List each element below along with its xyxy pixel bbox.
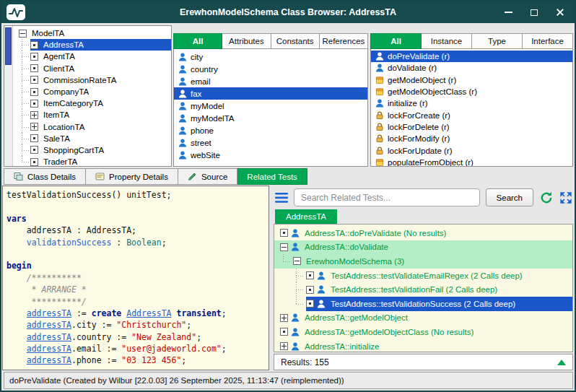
method-row[interactable]: doPreValidate (r) [371,51,572,62]
tree-node[interactable]: TraderTA [13,156,171,166]
search-input[interactable] [294,188,480,206]
method-row[interactable]: lockForModify (r) [371,133,572,144]
test-tree-node[interactable]: TestAddress::testValidationFail (2 Calls… [274,282,572,297]
code-line: **********/ [6,297,269,308]
method-row[interactable]: lockForCreate (r) [371,109,572,121]
method-row-label: getModelObject (r) [388,76,456,84]
tab-addressta[interactable]: AddressTA [275,209,337,224]
leaf-icon [30,134,38,142]
related-tests-toolbar: Search [275,188,572,207]
method-row[interactable]: populateFromObject (r) [371,157,572,167]
code-line: addressTA.email := "user@jadeworld.com"; [6,344,269,355]
test-tree-node[interactable]: ErewhonModelSchema (3) [274,254,572,269]
property-row[interactable]: myModel [174,100,367,112]
cube-icon [375,87,384,96]
test-tree-node[interactable]: AddressTA::doPreValidate (No results) [274,226,572,240]
code-line: addressTA.phone := "03 123 456"; [6,355,269,367]
tree-node[interactable]: AddressTA [13,39,171,51]
method-row[interactable]: getModelObjectClass (r) [371,86,572,97]
expand-icon[interactable] [559,191,572,204]
tab-source[interactable]: Source [178,168,237,185]
menu-icon[interactable] [275,193,288,203]
code-line: addressTA.country := "New Zealand"; [6,332,269,344]
property-row[interactable]: street [174,136,367,149]
tree-node[interactable]: AgentTA [13,51,171,62]
tree-node[interactable]: ItemCategoryTA [13,97,171,109]
collapse-icon[interactable] [280,243,288,251]
code-line: begin [6,261,269,272]
expand-icon[interactable] [30,123,38,131]
expand-icon[interactable] [280,342,288,350]
leaf-icon [30,41,38,49]
test-tree-node[interactable]: AddressTA::getModelObject [274,311,572,326]
source-editor[interactable]: testValidationSuccess() unitTest; vars a… [2,186,269,370]
method-row[interactable]: doValidate (r) [371,62,572,74]
test-tree-node[interactable]: AddressTA::getModelObjectClass (No resul… [274,325,572,339]
status-bar: doPreValidate (Created by Wilbur [22.0.0… [4,372,573,389]
methods-tab-instance[interactable]: Instance [422,33,472,49]
property-row[interactable]: fax [174,87,367,100]
class-tree-scrollbar[interactable] [4,26,13,166]
properties-tab-all[interactable]: All [173,33,222,49]
tree-node[interactable]: ShoppingCartTA [13,144,171,156]
expand-icon[interactable] [280,314,288,322]
properties-tab-constants[interactable]: Constants [271,33,320,49]
property-row[interactable]: webSite [174,149,367,161]
method-row[interactable]: lockForUpdate (r) [371,144,572,156]
expand-icon[interactable] [30,111,38,119]
tree-node[interactable]: SaleTA [13,133,171,144]
test-tree-node-label: ErewhonModelSchema (3) [304,256,406,266]
collapse-icon[interactable] [19,30,27,38]
methods-tab-interface[interactable]: Interface [523,33,573,49]
properties-tab-references[interactable]: References [320,33,368,49]
person-icon [317,300,326,308]
method-row[interactable]: lockForDelete (r) [371,121,572,133]
property-row[interactable]: city [174,51,367,63]
minimize-button[interactable] [502,6,514,18]
method-row-label: populateFromObject (r) [388,158,474,167]
collapse-triangle-icon[interactable] [557,360,566,365]
window-title: ErewhonModelSchema Class Browser: Addres… [1,7,575,17]
refresh-icon[interactable] [539,191,554,205]
tree-node[interactable]: ItemTA [13,109,171,121]
leaf-icon [306,271,314,279]
test-tree-node[interactable]: AddressTA::initialize [274,339,572,352]
person-icon [178,139,187,147]
tree-node[interactable]: LocationTA [13,121,171,133]
maximize-button[interactable] [528,6,540,18]
person-icon [178,53,187,61]
code-line [6,249,269,261]
tree-node[interactable]: CommissionRateTA [13,74,171,86]
tab-property-details[interactable]: Property Details [86,168,178,185]
property-row-label: myModelTA [191,114,235,123]
properties-tabbar: AllAttributesConstantsReferences [173,33,368,49]
methods-tab-type[interactable]: Type [472,33,523,49]
properties-tab-attributes[interactable]: Attributes [222,33,271,49]
property-row[interactable]: email [174,75,367,87]
tab-related-tests[interactable]: Related Tests [237,168,307,185]
property-row[interactable]: country [174,63,367,75]
test-tree-node[interactable]: AddressTA::doValidate [274,240,572,255]
collapse-icon[interactable] [293,257,301,265]
test-tree-node[interactable]: TestAddress::testValidateEmailRegex (2 C… [274,269,572,283]
search-button[interactable]: Search [486,188,533,206]
tree-node[interactable]: ClientTA [13,63,171,74]
tree-node-label: AddressTA [41,40,86,50]
tree-node-label: LocationTA [41,122,87,132]
close-button[interactable] [554,6,566,18]
scrollbar-thumb[interactable] [5,27,12,65]
method-row[interactable]: initialize (r) [371,97,572,109]
method-row[interactable]: getModelObject (r) [371,74,572,86]
methods-tab-all[interactable]: All [370,33,422,49]
tree-node-label: ItemTA [41,110,71,120]
person-icon [178,65,187,74]
tree-node[interactable]: ModelTA [13,27,171,39]
tree-node-label: ShoppingCartTA [41,145,106,155]
property-row[interactable]: phone [174,124,367,136]
person-icon [317,271,326,280]
method-row-label: initialize (r) [388,99,428,108]
tab-class-details[interactable]: Class Details [4,168,86,185]
test-tree-node[interactable]: TestAddress::testValidationSuccess (2 Ca… [274,297,572,311]
tree-node[interactable]: CompanyTA [13,86,171,97]
property-row[interactable]: myModelTA [174,112,367,124]
